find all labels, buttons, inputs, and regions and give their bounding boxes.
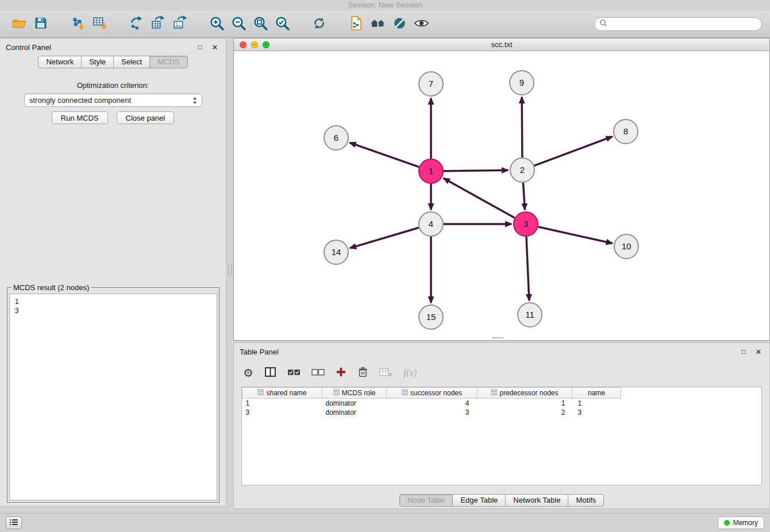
mcds-result-list[interactable]: 1 3 — [9, 294, 217, 500]
minimize-window-icon[interactable]: − — [251, 41, 258, 48]
export-network-button[interactable] — [125, 13, 147, 35]
import-table-button[interactable] — [88, 13, 110, 35]
network-window-titlebar[interactable]: × − + scc.txt — [234, 38, 769, 51]
graph-edge-3-1[interactable] — [444, 178, 515, 218]
deselect-all-columns-button[interactable] — [311, 365, 325, 380]
graph-edge-2-8[interactable] — [534, 137, 613, 166]
toggle-details-button[interactable] — [410, 13, 432, 35]
table-settings-button[interactable]: ⚙ — [243, 365, 253, 380]
cell-successor-nodes[interactable]: 4 — [387, 399, 478, 408]
save-session-button[interactable] — [30, 13, 52, 35]
home-button[interactable] — [367, 13, 388, 35]
float-table-panel-icon[interactable]: □ — [738, 346, 749, 357]
graph-edge-1-2[interactable] — [444, 170, 508, 171]
cell-shared-name[interactable]: 1 — [242, 399, 322, 408]
vertical-splitter[interactable] — [228, 265, 232, 276]
select-all-columns-button[interactable] — [287, 365, 301, 380]
close-panel-icon[interactable]: ✕ — [210, 42, 220, 52]
criterion-select[interactable]: strongly connected component — [24, 94, 202, 107]
column-header-mcds-role[interactable]: MCDS role — [322, 388, 387, 399]
column-header-name[interactable]: name — [572, 388, 621, 399]
trash-icon — [357, 367, 368, 379]
cell-predecessor-nodes[interactable]: 2 — [478, 408, 572, 417]
cell-mcds-role[interactable]: dominator — [322, 408, 387, 417]
close-panel-button[interactable]: Close panel — [117, 111, 175, 124]
mcds-result-box: MCDS result (2 nodes) 1 3 — [7, 283, 220, 503]
graph-node-8[interactable]: 8 — [614, 119, 638, 144]
tab-node-table[interactable]: Node Table — [399, 494, 453, 507]
graph-edge-1-6[interactable] — [350, 142, 419, 167]
table-row-node-1[interactable]: 1 dominator 4 1 1 — [242, 399, 621, 408]
graph-edge-3-11[interactable] — [526, 237, 529, 300]
graph-node-10[interactable]: 10 — [614, 234, 638, 259]
cell-shared-name[interactable]: 3 — [242, 408, 322, 417]
graph-node-6[interactable]: 6 — [324, 126, 348, 150]
float-panel-icon[interactable]: □ — [195, 42, 205, 52]
horizontal-splitter[interactable] — [492, 337, 503, 341]
graph-edge-2-3[interactable] — [523, 183, 525, 210]
graph-node-1[interactable]: 1 — [419, 159, 443, 183]
mcds-result-item[interactable]: 1 — [15, 297, 211, 306]
export-image-button[interactable] — [169, 13, 191, 35]
refresh-layout-button[interactable] — [308, 13, 330, 35]
zoom-fit-button[interactable] — [249, 13, 271, 35]
graph-node-14[interactable]: 14 — [324, 240, 348, 264]
column-header-shared-name[interactable]: shared name — [242, 388, 322, 399]
style-details-button[interactable] — [388, 13, 410, 35]
graph-edge-4-14[interactable] — [350, 228, 419, 248]
delete-table-button[interactable] — [379, 365, 392, 380]
run-mcds-button[interactable]: Run MCDS — [52, 111, 108, 124]
network-canvas[interactable]: 7968124314101511 — [234, 51, 769, 340]
table-row-node-3[interactable]: 3 dominator 3 2 3 — [242, 408, 621, 417]
zoom-selected-button[interactable] — [271, 13, 293, 35]
mcds-button-row: Run MCDS Close panel — [0, 111, 226, 124]
deselect-all-icon — [311, 367, 325, 379]
mcds-result-item[interactable]: 3 — [15, 306, 211, 315]
table-panel-title: Table Panel — [240, 348, 279, 356]
tab-style[interactable]: Style — [82, 56, 114, 68]
export-web-document-button[interactable] — [345, 13, 367, 35]
graph-node-2[interactable]: 2 — [510, 158, 534, 182]
tab-network[interactable]: Network — [38, 56, 82, 68]
column-type-icon — [402, 389, 408, 397]
zoom-in-button[interactable] — [206, 13, 228, 35]
add-column-button[interactable] — [336, 365, 346, 380]
tab-network-table[interactable]: Network Table — [506, 494, 568, 507]
graph-node-7[interactable]: 7 — [419, 72, 443, 96]
graph-node-9[interactable]: 9 — [510, 71, 534, 95]
maximize-window-icon[interactable]: + — [263, 41, 270, 48]
graph-node-4[interactable]: 4 — [419, 212, 443, 236]
tab-mcds[interactable]: MCDS — [150, 56, 187, 68]
node-table-container: shared name MCDS role successor nodes — [241, 387, 762, 485]
cell-predecessor-nodes[interactable]: 1 — [478, 399, 572, 408]
show-panels-button[interactable] — [6, 516, 22, 529]
show-columns-button[interactable] — [264, 365, 276, 380]
graph-edge-2-9[interactable] — [522, 97, 522, 157]
delete-column-button[interactable] — [357, 365, 368, 380]
graph-node-15[interactable]: 15 — [419, 305, 443, 329]
column-header-predecessor-nodes[interactable]: predecessor nodes — [478, 388, 572, 399]
export-table-button[interactable] — [147, 13, 169, 35]
function-builder-button[interactable]: f(x) — [403, 365, 417, 380]
open-session-button[interactable] — [8, 13, 30, 35]
cell-name[interactable]: 1 — [572, 399, 621, 408]
graph-node-11[interactable]: 11 — [518, 303, 542, 327]
graph-edge-3-10[interactable] — [538, 227, 612, 244]
memory-button[interactable]: Memory — [718, 516, 764, 529]
graph-node-3[interactable]: 3 — [514, 212, 538, 236]
svg-text:10: 10 — [622, 241, 632, 251]
control-panel: Control Panel □ ✕ Network Style Select M… — [0, 38, 226, 507]
zoom-out-button[interactable] — [228, 13, 249, 35]
close-window-icon[interactable]: × — [240, 41, 247, 48]
column-header-successor-nodes[interactable]: successor nodes — [387, 388, 478, 399]
import-network-button[interactable] — [67, 13, 88, 35]
close-table-panel-icon[interactable]: ✕ — [753, 346, 764, 357]
cell-mcds-role[interactable]: dominator — [322, 399, 387, 408]
search-input[interactable] — [610, 20, 757, 28]
tab-select[interactable]: Select — [114, 56, 150, 68]
search-box[interactable] — [594, 17, 762, 31]
cell-successor-nodes[interactable]: 3 — [387, 408, 478, 417]
tab-motifs[interactable]: Motifs — [568, 494, 604, 507]
tab-edge-table[interactable]: Edge Table — [453, 494, 506, 507]
cell-name[interactable]: 3 — [572, 408, 621, 417]
